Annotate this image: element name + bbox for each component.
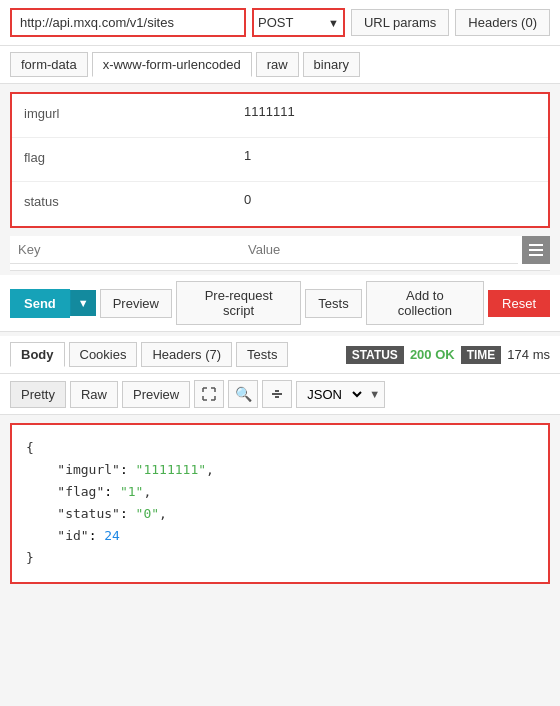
svg-rect-3 bbox=[272, 393, 282, 395]
key-value-section bbox=[10, 236, 550, 271]
time-label-badge: TIME bbox=[461, 346, 502, 364]
view-raw-button[interactable]: Raw bbox=[70, 381, 118, 408]
add-to-collection-button[interactable]: Add to collection bbox=[366, 281, 484, 325]
response-tab-cookies[interactable]: Cookies bbox=[69, 342, 138, 367]
headers-button[interactable]: Headers (0) bbox=[455, 9, 550, 36]
status-label-badge: STATUS bbox=[346, 346, 404, 364]
response-tabs: Body Cookies Headers (7) Tests STATUS 20… bbox=[0, 336, 560, 374]
form-row-status: status 0 bbox=[12, 182, 548, 226]
json-line-id: "id": 24 bbox=[26, 525, 534, 547]
tab-binary[interactable]: binary bbox=[303, 52, 360, 77]
send-dropdown-button[interactable]: ▼ bbox=[70, 290, 96, 316]
view-preview-button[interactable]: Preview bbox=[122, 381, 190, 408]
action-bar: Send ▼ Preview Pre-request script Tests … bbox=[0, 275, 560, 332]
method-select[interactable]: POST GET PUT DELETE PATCH bbox=[254, 10, 324, 35]
bulk-edit-icon[interactable] bbox=[522, 236, 550, 264]
json-key-status: "status" bbox=[57, 506, 120, 521]
reset-button[interactable]: Reset bbox=[488, 290, 550, 317]
svg-rect-5 bbox=[275, 396, 279, 398]
svg-rect-0 bbox=[529, 244, 543, 246]
url-params-button[interactable]: URL params bbox=[351, 9, 449, 36]
json-val-id: 24 bbox=[104, 528, 120, 543]
value-input[interactable] bbox=[240, 236, 518, 264]
json-key-flag: "flag" bbox=[57, 484, 104, 499]
send-button[interactable]: Send bbox=[10, 289, 70, 318]
format-select[interactable]: JSON XML HTML Text bbox=[297, 382, 365, 407]
tab-raw[interactable]: raw bbox=[256, 52, 299, 77]
response-tab-headers[interactable]: Headers (7) bbox=[141, 342, 232, 367]
json-key-imgurl: "imgurl" bbox=[57, 462, 120, 477]
json-line-imgurl: "imgurl": "1111111", bbox=[26, 459, 534, 481]
svg-rect-1 bbox=[529, 249, 543, 251]
form-value-flag: 1 bbox=[244, 148, 536, 163]
top-bar: POST GET PUT DELETE PATCH ▼ URL params H… bbox=[0, 0, 560, 46]
body-tabs: form-data x-www-form-urlencoded raw bina… bbox=[0, 46, 560, 84]
json-val-imgurl: "1111111" bbox=[136, 462, 206, 477]
time-value-badge: 174 ms bbox=[507, 347, 550, 362]
json-line-flag: "flag": "1", bbox=[26, 481, 534, 503]
form-row-imgurl: imgurl 1111111 bbox=[12, 94, 548, 138]
tab-x-www-form-urlencoded[interactable]: x-www-form-urlencoded bbox=[92, 52, 252, 77]
json-key-id: "id" bbox=[57, 528, 88, 543]
form-key-imgurl: imgurl bbox=[24, 104, 244, 121]
url-input[interactable] bbox=[10, 8, 246, 37]
form-fields-section: imgurl 1111111 flag 1 status 0 bbox=[10, 92, 550, 228]
form-key-flag: flag bbox=[24, 148, 244, 165]
method-arrow-icon: ▼ bbox=[324, 12, 343, 34]
response-tab-body[interactable]: Body bbox=[10, 342, 65, 367]
status-value-badge: 200 OK bbox=[410, 347, 455, 362]
tools-icon[interactable] bbox=[262, 380, 292, 408]
tests-button[interactable]: Tests bbox=[305, 289, 361, 318]
json-line-status: "status": "0", bbox=[26, 503, 534, 525]
svg-rect-2 bbox=[529, 254, 543, 256]
json-val-status: "0" bbox=[136, 506, 159, 521]
preview-button[interactable]: Preview bbox=[100, 289, 172, 318]
view-toolbar: Pretty Raw Preview 🔍 JSON XML HTML Text … bbox=[0, 374, 560, 415]
tab-form-data[interactable]: form-data bbox=[10, 52, 88, 77]
response-tab-tests[interactable]: Tests bbox=[236, 342, 288, 367]
form-key-status: status bbox=[24, 192, 244, 209]
pre-request-script-button[interactable]: Pre-request script bbox=[176, 281, 301, 325]
view-pretty-button[interactable]: Pretty bbox=[10, 381, 66, 408]
svg-rect-4 bbox=[275, 390, 279, 392]
json-close-brace: } bbox=[26, 547, 534, 569]
format-select-wrapper: JSON XML HTML Text ▼ bbox=[296, 381, 385, 408]
key-input[interactable] bbox=[10, 236, 240, 264]
form-value-imgurl: 1111111 bbox=[244, 104, 536, 119]
format-arrow-icon: ▼ bbox=[365, 384, 384, 404]
method-select-wrapper: POST GET PUT DELETE PATCH ▼ bbox=[252, 8, 345, 37]
search-icon[interactable]: 🔍 bbox=[228, 380, 258, 408]
expand-icon[interactable] bbox=[194, 380, 224, 408]
response-status-group: STATUS 200 OK TIME 174 ms bbox=[346, 346, 550, 364]
json-val-flag: "1" bbox=[120, 484, 143, 499]
send-button-group: Send ▼ bbox=[10, 289, 96, 318]
form-row-flag: flag 1 bbox=[12, 138, 548, 182]
json-open-brace: { bbox=[26, 437, 534, 459]
json-response-section: { "imgurl": "1111111", "flag": "1", "sta… bbox=[10, 423, 550, 584]
form-value-status: 0 bbox=[244, 192, 536, 207]
